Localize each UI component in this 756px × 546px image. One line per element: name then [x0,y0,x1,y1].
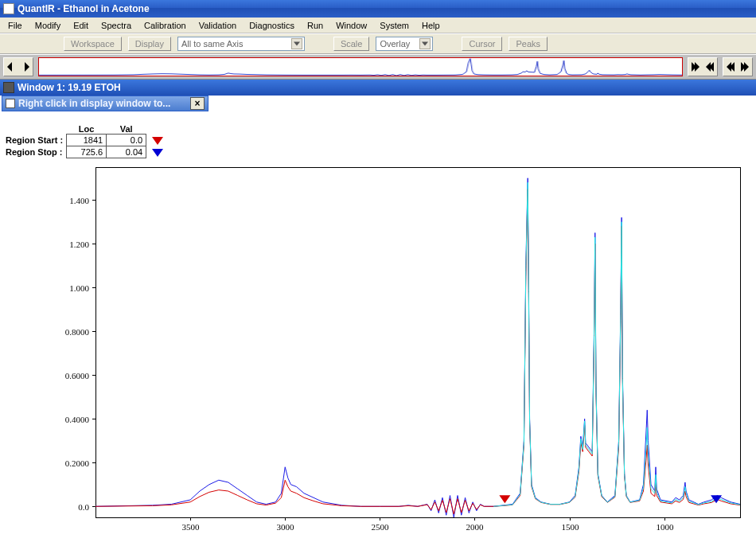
scale-button[interactable]: Scale [333,37,370,51]
close-icon[interactable]: × [190,97,205,110]
region-start-marker-icon [152,137,163,145]
menu-help[interactable]: Help [417,19,445,32]
chevron-down-icon [291,38,302,49]
inner-window-title: Window 1: 19.19 ETOH [18,82,121,93]
menu-validation[interactable]: Validation [194,19,242,32]
menu-diagnostics[interactable]: Diagnostics [244,19,299,32]
menu-modify[interactable]: Modify [30,19,65,32]
peaks-button[interactable]: Peaks [509,37,548,51]
col-val: Val [107,124,146,135]
overlay-dropdown[interactable]: Overlay [376,37,433,51]
display-button[interactable]: Display [128,37,171,51]
region-panel: Loc Val Region Start : 1841 0.0 Region S… [5,124,164,158]
nav-zoom-right[interactable] [723,57,753,76]
app-titlebar: QuantIR - Ethanol in Acetone [0,0,756,18]
menu-edit[interactable]: Edit [68,19,93,32]
menu-system[interactable]: System [375,19,414,32]
menu-file[interactable]: File [3,19,27,32]
axis-mode-value: All to same Axis [181,39,244,49]
window-icon [3,82,14,93]
axis-mode-dropdown[interactable]: All to same Axis [177,37,305,51]
menu-calibration[interactable]: Calibration [139,19,191,32]
menu-window[interactable]: Window [331,19,372,32]
region-stop-val[interactable]: 0.04 [107,146,146,158]
toolbar: Workspace Display All to same Axis Scale… [0,33,756,54]
inner-window-titlebar: Window 1: 19.19 ETOH [0,80,756,96]
nav-strip [0,54,756,80]
workspace-button[interactable]: Workspace [64,37,122,51]
main-area: Window 1: 19.19 ETOH Right click in disp… [0,80,756,546]
menu-spectra[interactable]: Spectra [96,19,136,32]
col-loc: Loc [67,124,107,135]
hint-checkbox[interactable] [6,99,15,108]
nav-zoom-left[interactable] [688,57,718,76]
plot-area[interactable] [0,159,756,546]
nav-left-right[interactable] [3,57,33,76]
region-start-loc[interactable]: 1841 [67,135,107,146]
app-title: QuantIR - Ethanol in Acetone [18,3,150,14]
hint-text: Right click in display window to... [18,98,184,109]
menu-run[interactable]: Run [302,19,328,32]
region-start-label: Region Start : [5,135,67,146]
region-stop-marker-icon [152,149,163,157]
overlay-value: Overlay [380,39,410,49]
cursor-button[interactable]: Cursor [462,37,502,51]
region-stop-loc[interactable]: 725.6 [67,146,107,158]
app-icon [3,3,14,14]
chevron-down-icon [419,38,431,49]
hint-bar: Right click in display window to... × [2,96,208,111]
region-start-val[interactable]: 0.0 [107,135,146,146]
menubar: FileModifyEditSpectraCalibrationValidati… [0,18,756,33]
overview-spectrum[interactable] [38,57,683,76]
region-stop-label: Region Stop : [5,146,67,158]
